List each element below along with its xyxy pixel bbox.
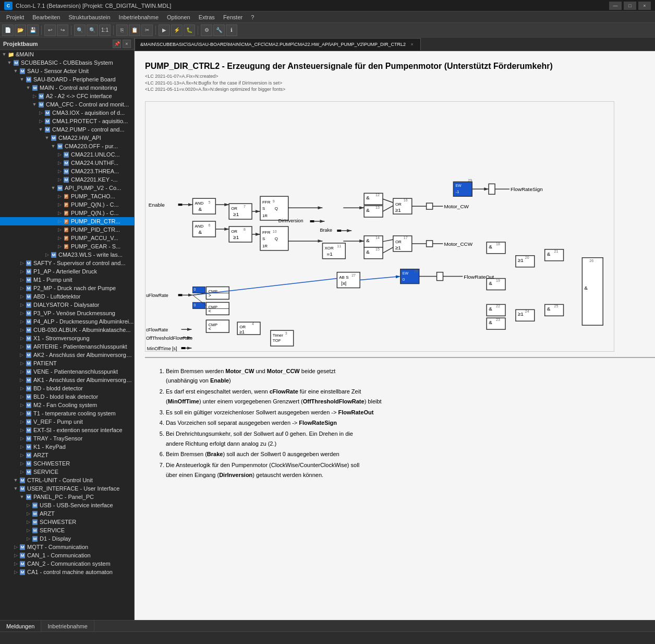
minimize-button[interactable]: — <box>609 2 622 10</box>
tb-run[interactable]: ⚡ <box>171 25 183 36</box>
tree-container[interactable]: ▼ 📁 &MAIN ▼ M SCUBEBASIC - CUBEbasis Sys… <box>0 50 134 620</box>
tree-item-apipumpv2[interactable]: ▼ M API_PUMP_V2 - Co... <box>0 184 134 192</box>
tree-item-dialysator[interactable]: ▷ M DIALYSATOR - Dialysator <box>0 301 134 309</box>
tb-debug[interactable]: 🐛 <box>184 25 195 36</box>
tree-item-can1[interactable]: ▷ M CAN_1 - Communication <box>0 551 134 559</box>
tree-item-arterie[interactable]: ▷ M ARTERIE - Patientenanschlusspunkt <box>0 342 134 351</box>
tb-new[interactable]: 📄 <box>2 25 14 36</box>
tree-item-main-ctrl[interactable]: ▼ M MAIN - Control and monitoring <box>0 84 134 92</box>
tree-item-cma2201[interactable]: ▷ M CMA2201.KEY -... <box>0 175 134 184</box>
tree-item-pumpqn2[interactable]: ▷ P PUMP_Q(N.) - C... <box>0 209 134 217</box>
tree-item-sau-board[interactable]: ▼ M SAU-BOARD - Peripherie Board <box>0 75 134 84</box>
bottom-tab-meldungen[interactable]: Meldungen <box>0 621 41 631</box>
tree-item-cub030[interactable]: ▷ M CUB-030.ALBUK - Albuminkatasche... <box>0 326 134 334</box>
tree-item-vref[interactable]: ▷ M V_REF - Pump unit <box>0 418 134 426</box>
tree-item-pumpgear[interactable]: ▷ P PUMP_GEAR - S... <box>0 242 134 251</box>
tb-zoomout[interactable]: 🔍 <box>87 25 98 36</box>
menu-extras[interactable]: Extras <box>195 13 219 21</box>
tb-info[interactable]: ℹ <box>226 25 237 36</box>
tb-cut[interactable]: ✂ <box>141 25 153 36</box>
menu-fenster[interactable]: Fenster <box>219 13 247 21</box>
menu-bearbeiten[interactable]: Bearbeiten <box>28 13 64 21</box>
tree-item-extsi[interactable]: ▷ M EXT-SI - extention sensor interface <box>0 426 134 434</box>
tree-item-arzt[interactable]: ▷ M ARZT <box>0 451 134 459</box>
tree-item-x1[interactable]: ▷ M X1 - Stromversorgung <box>0 334 134 342</box>
tree-item-patient[interactable]: ▷ M PATIENT <box>0 359 134 367</box>
menu-strukturbaustein[interactable]: Strukturbaustein <box>64 13 114 21</box>
tb-save[interactable]: 💾 <box>27 25 39 36</box>
tree-item-cma22hwapi[interactable]: ▼ M CMA22.HW_API <box>0 134 134 142</box>
tree-item-mqtt[interactable]: ▷ M MQTT - Communication <box>0 543 134 551</box>
tree-item-p4alp[interactable]: ▷ M P4_ALP - Druckmessung Albuminkrei... <box>0 317 134 326</box>
tree-item-d1[interactable]: ▷ M D1 - Display <box>0 534 134 543</box>
menu-optionen[interactable]: Optionen <box>163 13 195 21</box>
tree-item-bld[interactable]: ▷ M BLD - blodd leak detector <box>0 392 134 401</box>
tb-redo[interactable]: ↪ <box>57 25 68 36</box>
tree-item-service[interactable]: ▷ M SERVICE <box>0 468 134 476</box>
tree-item-tray[interactable]: ▷ M TRAY - TraySensor <box>0 434 134 443</box>
tree-item-pumptacho[interactable]: ▷ P PUMP_TACHO... <box>0 192 134 200</box>
tree-item-m1[interactable]: ▷ M M1 - Pump unit <box>0 276 134 284</box>
tree-item-pumpqn1[interactable]: ▷ P PUMP_Q(N.) - C... <box>0 200 134 209</box>
tree-item-pumpdirctrl[interactable]: ▷ P PUMP_DIR_CTR... <box>0 217 134 225</box>
tree-item-cma23wls[interactable]: ▷ M CMA23.WLS - write las... <box>0 251 134 259</box>
tb-settings[interactable]: ⚙ <box>201 25 212 36</box>
tree-item-cma1protect[interactable]: ▷ M CMA1.PROTECT - aquisitio... <box>0 117 134 125</box>
tree-item-cma220off[interactable]: ▼ M CMA220.OFF - pur... <box>0 142 134 150</box>
svg-text:DirInversion: DirInversion <box>278 218 304 223</box>
tree-item-ak1[interactable]: ▷ M AK1 - Anschluss der Albuminversorgu.… <box>0 376 134 384</box>
tree-item-schwester2[interactable]: ▷ M SCHWESTER <box>0 518 134 526</box>
close-button[interactable]: × <box>638 2 651 10</box>
tb-build[interactable]: ▶ <box>159 25 170 36</box>
tree-item-cma221[interactable]: ▷ M CMA221.UNLOC... <box>0 150 134 159</box>
tree-item-userinterface[interactable]: ▼ M USER_INTERFACE - User Interface <box>0 484 134 493</box>
tree-item-bd[interactable]: ▷ M BD - blodd detector <box>0 384 134 392</box>
tree-item-usb[interactable]: ▷ M USB - USB-Service interface <box>0 501 134 509</box>
tree-item-pumpaccu[interactable]: ▷ P PUMP_ACCU_V... <box>0 234 134 242</box>
tree-item-sau[interactable]: ▼ M SAU - Sensor Actor Unit <box>0 67 134 75</box>
tb-props[interactable]: 🔧 <box>213 25 225 36</box>
tree-item-k1[interactable]: ▷ M K1 - KeyPad <box>0 443 134 451</box>
tree-item-abd[interactable]: ▷ M ABD - Luftdetektor <box>0 292 134 301</box>
tab-pump-dir-ctrl2[interactable]: &MAIN\SCUBEBASIC\SAU\SAU-BOARD\MAIN\CMA_… <box>135 38 421 51</box>
tree-item-cma3iox[interactable]: ▷ M CMA3.IOX - aquisition of d... <box>0 109 134 117</box>
tree-item-cma2pump[interactable]: ▼ M CMA2.PUMP - control and... <box>0 125 134 134</box>
tree-item-p2mp[interactable]: ▷ M P2_MP - Druck nach der Pumpe <box>0 284 134 292</box>
tree-item-cma223[interactable]: ▷ M CMA223.THREA... <box>0 167 134 175</box>
tree-item-main[interactable]: ▼ 📁 &MAIN <box>0 50 134 58</box>
sidebar-close-button[interactable]: × <box>123 40 131 48</box>
tree-item-a2[interactable]: ▷ M A2 - A2 <-> CFC interface <box>0 92 134 100</box>
diagram-container[interactable]: PUMP_DIR_CTRL2 - Erzeugung der Ansteuers… <box>135 51 655 620</box>
tree-item-cma224[interactable]: ▷ M CMA224.UNTHF... <box>0 159 134 167</box>
tb-zoom100[interactable]: 1:1 <box>99 25 111 36</box>
tree-item-schwester[interactable]: ▷ M SCHWESTER <box>0 459 134 468</box>
tree-item-ctrlunit[interactable]: ▼ M CTRL-UNIT - Control Unit <box>0 476 134 484</box>
tb-zoomin[interactable]: 🔍 <box>74 25 86 36</box>
sidebar-pin-button[interactable]: 📌 <box>113 40 121 48</box>
tree-item-p3vp[interactable]: ▷ M P3_VP - Venöse Druckmessung <box>0 309 134 317</box>
tree-item-panelpc[interactable]: ▼ M PANEL_PC - Panel_PC <box>0 493 134 501</box>
tree-item-pumppid[interactable]: ▷ P PUMP_PID_CTR... <box>0 225 134 234</box>
tb-copy[interactable]: ⎘ <box>116 25 128 36</box>
menu-help[interactable]: ? <box>247 13 258 21</box>
tb-paste[interactable]: 📋 <box>129 25 140 36</box>
tree-item-service2[interactable]: ▷ M SERVICE <box>0 526 134 534</box>
tree-item-cma-cfc[interactable]: ▼ M CMA_CFC - Control and monit... <box>0 100 134 109</box>
tab-close-button[interactable]: × <box>409 41 415 47</box>
menu-projekt[interactable]: Projekt <box>2 13 28 21</box>
tree-item-arzt2[interactable]: ▷ M ARZT <box>0 509 134 518</box>
tree-item-t1[interactable]: ▷ M T1 - temperature cooling system <box>0 409 134 418</box>
maximize-button[interactable]: □ <box>624 2 636 10</box>
tree-item-ca1[interactable]: ▷ M CA1 - control machine automaton <box>0 568 134 576</box>
tree-item-ak2[interactable]: ▷ M AK2 - Anschluss der Albuminversorgu.… <box>0 351 134 359</box>
bottom-tab-inbetriebnahme[interactable]: Inbetriebnahme <box>41 621 94 631</box>
tree-item-scubebasic[interactable]: ▼ M SCUBEBASIC - CUBEbasis System <box>0 58 134 67</box>
tb-undo[interactable]: ↩ <box>44 25 56 36</box>
tree-item-m2[interactable]: ▷ M M2 - Fan Cooling system <box>0 401 134 409</box>
tree-item-vene[interactable]: ▷ M VENE - Patientenanschlusspunkt <box>0 367 134 376</box>
tree-item-safty[interactable]: ▷ M SAFTY - Supervisor of control and... <box>0 259 134 267</box>
tb-open[interactable]: 📂 <box>15 25 26 36</box>
tree-item-p1ap[interactable]: ▷ M P1_AP - Arterieller Druck <box>0 267 134 276</box>
menu-inbetriebnahme[interactable]: Inbetriebnahme <box>115 13 163 21</box>
tree-item-can2[interactable]: ▷ M CAN_2 - Communication system <box>0 559 134 568</box>
